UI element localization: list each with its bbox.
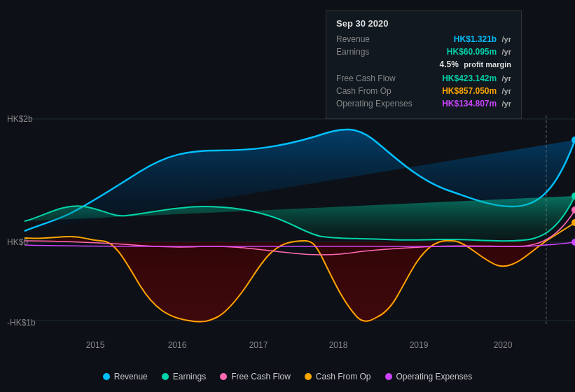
tooltip-row-opex: Operating Expenses HK$134.807m /yr <box>336 99 511 108</box>
x-label-2016: 2016 <box>168 340 187 350</box>
tooltip-value-revenue: HK$1.321b /yr <box>454 34 511 44</box>
x-label-2015: 2015 <box>86 340 105 350</box>
tooltip-value-cashop: HK$857.050m /yr <box>442 86 511 96</box>
tooltip-value-margin: 4.5% profit margin <box>439 59 511 69</box>
legend-dot-revenue <box>103 373 110 380</box>
tooltip-value-opex: HK$134.807m /yr <box>442 99 511 108</box>
tooltip-row-revenue: Revenue HK$1.321b /yr <box>336 34 511 44</box>
legend-label-opex: Operating Expenses <box>396 372 473 382</box>
y-label-neg1b: -HK$1b <box>7 318 36 328</box>
tooltip-row-cashop: Cash From Op HK$857.050m /yr <box>336 86 511 96</box>
chart-container: HK$2b HK$0 -HK$1b 2015 2016 2017 2018 20… <box>0 0 575 392</box>
chart-legend: Revenue Earnings Free Cash Flow Cash Fro… <box>0 372 575 382</box>
y-label-2b: HK$2b <box>7 114 33 124</box>
legend-dot-opex <box>385 373 392 380</box>
legend-item-revenue[interactable]: Revenue <box>103 372 148 382</box>
tooltip-date: Sep 30 2020 <box>336 18 511 29</box>
legend-label-fcf: Free Cash Flow <box>231 372 291 382</box>
y-label-0: HK$0 <box>7 237 28 247</box>
tooltip-row-earnings: Earnings HK$60.095m /yr <box>336 47 511 57</box>
x-label-2019: 2019 <box>410 340 429 350</box>
legend-item-fcf[interactable]: Free Cash Flow <box>220 372 291 382</box>
x-label-2020: 2020 <box>494 340 513 350</box>
svg-point-7 <box>571 206 575 214</box>
svg-point-8 <box>571 239 575 246</box>
x-label-2018: 2018 <box>329 340 348 350</box>
legend-label-revenue: Revenue <box>114 372 148 382</box>
legend-item-earnings[interactable]: Earnings <box>162 372 206 382</box>
tooltip-label-earnings: Earnings <box>336 47 406 57</box>
tooltip-label-opex: Operating Expenses <box>336 99 413 108</box>
tooltip-row-margin: 4.5% profit margin <box>336 59 511 69</box>
tooltip-value-fcf: HK$423.142m /yr <box>442 74 511 83</box>
legend-dot-earnings <box>162 373 169 380</box>
legend-label-earnings: Earnings <box>173 372 206 382</box>
tooltip-value-earnings: HK$60.095m /yr <box>447 47 511 57</box>
tooltip-label-cashop: Cash From Op <box>336 86 406 96</box>
legend-item-cashop[interactable]: Cash From Op <box>305 372 371 382</box>
legend-dot-fcf <box>220 373 227 380</box>
legend-item-opex[interactable]: Operating Expenses <box>385 372 473 382</box>
tooltip: Sep 30 2020 Revenue HK$1.321b /yr Earnin… <box>326 10 522 119</box>
x-label-2017: 2017 <box>249 340 268 350</box>
tooltip-row-fcf: Free Cash Flow HK$423.142m /yr <box>336 74 511 83</box>
tooltip-label-fcf: Free Cash Flow <box>336 74 406 83</box>
legend-label-cashop: Cash From Op <box>316 372 371 382</box>
legend-dot-cashop <box>305 373 312 380</box>
tooltip-label-revenue: Revenue <box>336 34 406 44</box>
